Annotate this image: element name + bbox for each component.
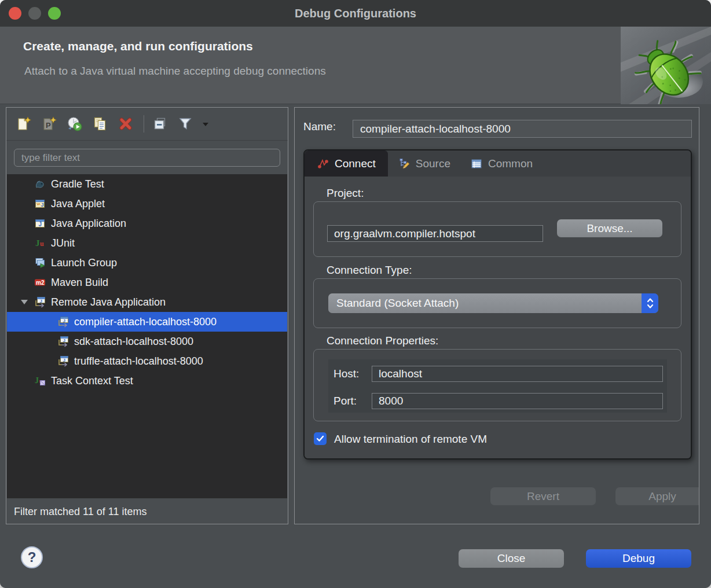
- help-icon: ?: [28, 549, 36, 565]
- maven-icon: m2: [34, 277, 46, 288]
- tree-item-task-context-test[interactable]: J u Task Context Test: [7, 371, 287, 391]
- tree-item-maven-build[interactable]: m2 Maven Build: [7, 273, 287, 292]
- connection-type-group: Standard (Socket Attach): [313, 278, 681, 328]
- debug-beetle-image: [621, 27, 711, 104]
- connection-type-label: Connection Type:: [327, 264, 412, 277]
- tab-connect[interactable]: Connect: [305, 150, 388, 177]
- connection-type-value: Standard (Socket Attach): [328, 293, 642, 313]
- connect-tab-content: Project: Browse... Connection Type: Stan…: [305, 177, 691, 458]
- svg-text:P: P: [46, 121, 51, 130]
- tree-item-junit[interactable]: J u JUnit: [7, 233, 287, 253]
- window-title: Debug Configurations: [295, 7, 416, 20]
- browse-button[interactable]: Browse...: [557, 219, 662, 237]
- tree-item-gradle-test[interactable]: Gradle Test: [7, 174, 287, 194]
- name-label: Name:: [303, 120, 336, 133]
- allow-termination-label: Allow termination of remote VM: [334, 433, 487, 446]
- zoom-window-icon[interactable]: [48, 7, 61, 20]
- svg-text:J: J: [39, 221, 42, 227]
- debug-button[interactable]: Debug: [586, 549, 691, 568]
- debug-configurations-dialog: Debug Configurations Create, manage, and…: [0, 0, 711, 588]
- banner-subtitle: Attach to a Java virtual machine accepti…: [24, 65, 326, 78]
- tree-item-label: compiler-attach-localhost-8000: [74, 316, 217, 328]
- svg-text:J: J: [63, 358, 65, 363]
- apply-button[interactable]: Apply: [615, 487, 699, 505]
- tree-item-sdk-attach[interactable]: J sdk-attach-localhost-8000: [7, 332, 287, 351]
- tree-item-remote-java-application[interactable]: J Remote Java Application: [7, 292, 287, 312]
- toolbar-separator: [144, 115, 144, 133]
- close-button[interactable]: Close: [459, 549, 564, 568]
- delete-launch-configuration-icon[interactable]: [116, 114, 135, 134]
- java-application-icon: J: [34, 218, 46, 229]
- connection-properties-group: Host: Port:: [313, 349, 681, 421]
- tree-item-label: Launch Group: [51, 257, 117, 269]
- tab-common[interactable]: Common: [460, 150, 543, 177]
- remote-java-application-icon: J: [57, 355, 69, 367]
- titlebar: Debug Configurations: [0, 0, 711, 27]
- connection-type-dropdown[interactable]: Standard (Socket Attach): [328, 293, 658, 313]
- tree-item-label: Task Context Test: [51, 375, 133, 387]
- svg-text:u: u: [40, 240, 44, 248]
- svg-text:J: J: [63, 318, 65, 324]
- tree-item-label: truffle-attach-localhost-8000: [74, 355, 203, 368]
- tab-label: Common: [488, 157, 533, 170]
- export-launch-configurations-icon[interactable]: [65, 114, 85, 134]
- tree-item-label: sdk-attach-localhost-8000: [74, 336, 193, 348]
- checkbox-check-icon: [316, 435, 324, 442]
- tab-label: Source: [416, 157, 450, 170]
- java-applet-icon: J: [34, 198, 46, 210]
- duplicate-launch-configuration-icon[interactable]: [90, 114, 110, 134]
- tree-item-label: Java Applet: [51, 198, 105, 210]
- host-label: Host:: [333, 368, 359, 380]
- new-launch-configuration-prototype-icon[interactable]: P: [39, 114, 59, 134]
- launch-group-icon: [34, 257, 46, 269]
- project-input[interactable]: [327, 225, 543, 242]
- tree-item-label: Java Application: [51, 218, 126, 230]
- port-label: Port:: [333, 395, 357, 407]
- minimize-window-icon[interactable]: [28, 7, 41, 20]
- configurations-tree: Gradle Test J Java Applet: [7, 174, 287, 498]
- expand-arrow-icon[interactable]: [20, 297, 29, 307]
- common-icon: [470, 157, 483, 170]
- connect-icon: [317, 157, 329, 170]
- junit-icon: J u: [34, 237, 46, 249]
- remote-java-application-icon: J: [57, 336, 69, 347]
- tree-item-java-application[interactable]: J Java Application: [7, 214, 287, 233]
- tab-strip: Connect: [305, 150, 691, 177]
- tree-item-truffle-attach[interactable]: J truffle-attach-localhost-8000: [7, 351, 287, 371]
- svg-text:J: J: [41, 202, 44, 208]
- connection-properties-label: Connection Properties:: [327, 335, 438, 347]
- traffic-lights: [9, 7, 61, 20]
- filter-menu-arrow-icon[interactable]: [202, 119, 209, 129]
- filter-input[interactable]: [14, 149, 280, 167]
- revert-button[interactable]: Revert: [490, 487, 596, 505]
- tab-folder: Connect: [303, 149, 692, 460]
- tree-item-label: Gradle Test: [51, 178, 104, 190]
- port-input[interactable]: [372, 393, 663, 409]
- tree-item-java-applet[interactable]: J Java Applet: [7, 194, 287, 214]
- remote-java-application-icon: J: [34, 296, 46, 308]
- tab-source[interactable]: Source: [388, 150, 460, 177]
- svg-text:m2: m2: [36, 280, 45, 286]
- filter-launch-configurations-icon[interactable]: [175, 114, 195, 134]
- banner-title: Create, manage, and run configurations: [23, 39, 253, 53]
- connection-properties-fields: Host: Port:: [328, 359, 667, 413]
- dropdown-chevrons-icon: [642, 293, 658, 313]
- svg-text:J: J: [35, 238, 40, 248]
- svg-text:J: J: [35, 376, 39, 385]
- tree-item-label: JUnit: [51, 237, 75, 249]
- tab-label: Connect: [335, 157, 376, 170]
- host-input[interactable]: [372, 366, 663, 382]
- filter-match-status: Filter matched 11 of 11 items: [14, 506, 146, 518]
- tree-item-launch-group[interactable]: Launch Group: [7, 253, 287, 273]
- remote-java-application-icon: J: [57, 316, 69, 328]
- svg-text:J: J: [40, 299, 42, 304]
- help-button[interactable]: ?: [21, 546, 43, 568]
- name-input[interactable]: [353, 120, 692, 138]
- collapse-all-icon[interactable]: [150, 114, 170, 134]
- configurations-panel: P: [6, 107, 288, 524]
- new-launch-configuration-icon[interactable]: [14, 114, 34, 134]
- configuration-detail-panel: Name: Connect: [294, 107, 699, 524]
- tree-item-compiler-attach[interactable]: J compiler-attach-localhost-8000: [7, 312, 287, 332]
- close-window-icon[interactable]: [9, 7, 21, 20]
- allow-termination-checkbox[interactable]: [314, 432, 327, 445]
